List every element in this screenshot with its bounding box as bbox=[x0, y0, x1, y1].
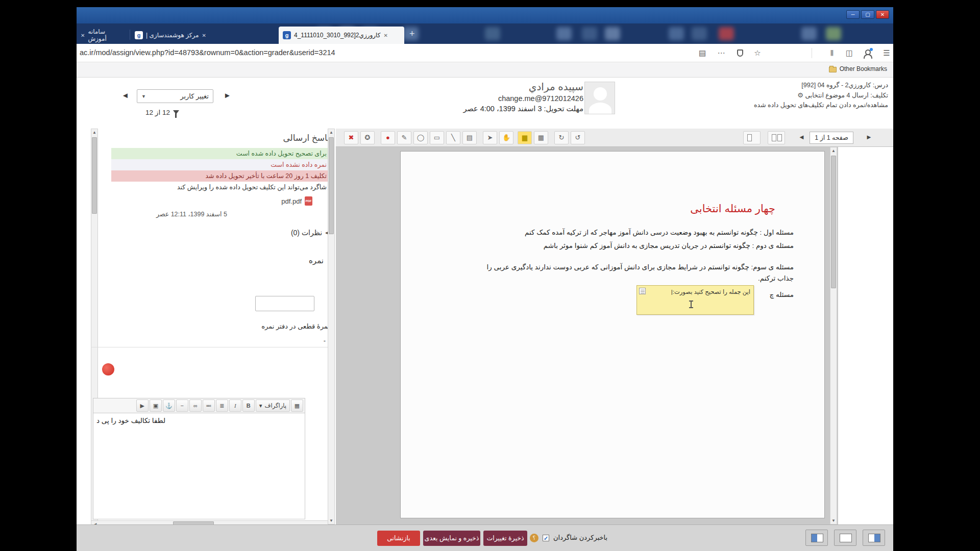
layout-split-button[interactable] bbox=[834, 530, 856, 546]
layout-left-panel-button[interactable] bbox=[805, 530, 828, 546]
tab-bar: ✕ سامانه أموزش g | مرکز هوشمندسازی ✕ g 4… bbox=[77, 23, 893, 44]
drag-button[interactable]: ✋ bbox=[499, 131, 513, 144]
change-user-label: تغییر کاربر bbox=[180, 92, 209, 100]
annotation-text[interactable]: این جمله را تصحیح کنید بصورت:| bbox=[671, 288, 750, 295]
oval-button[interactable]: ◯ bbox=[413, 131, 428, 144]
background-blob bbox=[605, 27, 620, 40]
highlight-button[interactable]: ▆ bbox=[518, 131, 532, 144]
tab-lms-portal[interactable]: ✕ سامانه أموزش bbox=[77, 27, 129, 44]
editor-bold-button[interactable]: B bbox=[242, 399, 255, 412]
scroll-down-icon[interactable]: ▼ bbox=[328, 518, 334, 523]
scroll-up-icon[interactable]: ▲ bbox=[830, 148, 837, 153]
url-input[interactable]: ac.ir/mod/assign/view.php?id=48793&rownu… bbox=[80, 48, 335, 57]
page-actions-icon[interactable]: ⋯ bbox=[716, 48, 727, 58]
other-bookmarks-label: Other Bookmarks bbox=[840, 65, 887, 72]
tab-smart-center[interactable]: g | مرکز هوشمندسازی ✕ bbox=[131, 27, 278, 44]
title-bar: ─ ▢ ✕ bbox=[77, 7, 893, 23]
close-icon[interactable]: ✕ bbox=[81, 33, 85, 38]
course-line: درس: کارورزي2 - گروه 04 [992] bbox=[754, 81, 888, 90]
pen-color-button[interactable]: ● bbox=[381, 131, 395, 144]
editor-italic-button[interactable]: I bbox=[229, 399, 241, 412]
close-button[interactable]: ✕ bbox=[876, 10, 889, 19]
editor-bullet-list-button[interactable]: ≣ bbox=[216, 399, 228, 412]
editor-media-button[interactable]: ▶ bbox=[136, 399, 149, 412]
library-icon[interactable]: ⫴ bbox=[826, 48, 837, 58]
select-button[interactable]: ➤ bbox=[483, 131, 497, 144]
gradebook-label: نمرهٔ قطعی در دفتر نمره bbox=[261, 322, 330, 330]
editor-numbered-list-button[interactable]: ≔ bbox=[203, 399, 215, 412]
layout-right-panel-button[interactable] bbox=[863, 530, 885, 546]
panel-scrollbar-right[interactable]: ▲ ▼ bbox=[328, 129, 335, 524]
rotate-left-button[interactable]: ↺ bbox=[571, 131, 585, 144]
doc-line-1: مسئله اول : چگونه توانستم به بهبود وضعیت… bbox=[525, 228, 794, 236]
line-button[interactable]: ╲ bbox=[446, 131, 460, 144]
page-layout-double-button[interactable] bbox=[768, 131, 785, 144]
tab-assignment-active[interactable]: g 4_1111010_3010_992]كارورزي2 ✕ bbox=[279, 27, 404, 44]
minimize-button[interactable]: ─ bbox=[846, 10, 860, 19]
next-page-arrow[interactable]: ► bbox=[866, 133, 872, 141]
help-icon[interactable]: ؟ bbox=[530, 534, 538, 542]
editor-anchor-button[interactable]: ⚓ bbox=[163, 399, 175, 412]
prev-page-arrow[interactable]: ◄ bbox=[798, 133, 805, 141]
comments-label[interactable]: نظرات (0) bbox=[291, 229, 322, 237]
view-grade-line[interactable]: مشاهده/نمره دادن تمام تکلیف‌های تحویل دا… bbox=[754, 101, 888, 110]
sidebar-icon[interactable]: ◫ bbox=[844, 48, 855, 58]
pdf-file-icon: PDF bbox=[305, 196, 312, 206]
editor-unlink-button[interactable]: − bbox=[176, 399, 188, 412]
stamp-button[interactable]: ✪ bbox=[360, 131, 375, 144]
scroll-up-icon[interactable]: ▲ bbox=[328, 130, 334, 135]
close-icon[interactable]: ✕ bbox=[383, 33, 387, 38]
annotation-comment-box[interactable]: این جمله را تصحیح کنید بصورت:| bbox=[636, 285, 754, 315]
file-name-link[interactable]: pdf.pdf bbox=[281, 197, 302, 205]
reset-button[interactable]: بازنشانی bbox=[377, 531, 420, 546]
change-user-select[interactable]: تغییر کاربر ▼ bbox=[137, 89, 213, 103]
pdf-page[interactable]: چهار مسئله انتخابی مسئله اول : چگونه توا… bbox=[400, 151, 825, 518]
editor-paragraph-select[interactable]: پاراگراف ▾ bbox=[256, 399, 290, 412]
comment-button[interactable]: ▤ bbox=[462, 131, 477, 144]
rotate-right-button[interactable]: ↻ bbox=[554, 131, 569, 144]
account-icon[interactable] bbox=[862, 48, 873, 58]
shield-icon[interactable] bbox=[734, 48, 746, 58]
gear-icon[interactable]: ⚙ bbox=[797, 91, 803, 99]
background-blob bbox=[826, 27, 841, 40]
note-button[interactable]: ▦ bbox=[534, 131, 548, 144]
bookmark-star-icon[interactable]: ☆ bbox=[752, 48, 763, 58]
doc-title: چهار مسئله انتخابی bbox=[690, 203, 775, 215]
page-number-box[interactable]: صفحه 1 از 1 bbox=[810, 132, 853, 144]
background-blob bbox=[719, 27, 734, 40]
status-row-not-graded: نمره داده نشده است bbox=[111, 159, 331, 170]
menu-hamburger-icon[interactable]: ☰ bbox=[881, 48, 892, 58]
notify-students-checkbox[interactable]: ✓ bbox=[543, 535, 549, 541]
editor-toggle-toolbar-button[interactable]: ▦ bbox=[291, 399, 303, 412]
scroll-thumb[interactable] bbox=[831, 156, 836, 288]
pen-button[interactable]: ✎ bbox=[397, 131, 411, 144]
reader-mode-icon[interactable]: ▤ bbox=[697, 48, 708, 58]
feedback-editor-textarea[interactable]: لطفا تکالیف خود را پی د bbox=[93, 413, 305, 519]
other-bookmarks[interactable]: Other Bookmarks bbox=[829, 65, 887, 72]
delete-annotation-button[interactable]: ✖ bbox=[344, 131, 358, 144]
new-tab-button[interactable]: + bbox=[409, 29, 415, 39]
background-blob bbox=[582, 27, 597, 40]
record-audio-icon[interactable] bbox=[102, 363, 114, 375]
viewer-scrollbar[interactable]: ▲ ▼ bbox=[830, 147, 837, 524]
scroll-down-icon[interactable]: ▼ bbox=[830, 518, 837, 523]
scroll-thumb[interactable] bbox=[329, 137, 334, 234]
save-and-next-button[interactable]: ذخیره و نمایش بعدی bbox=[423, 531, 480, 546]
prev-user-arrow[interactable]: ◄ bbox=[121, 91, 129, 99]
scroll-up-icon[interactable]: ▲ bbox=[91, 130, 97, 135]
maximize-button[interactable]: ▢ bbox=[861, 10, 874, 19]
user-pager[interactable]: 12 از 12 bbox=[132, 108, 193, 116]
editor-link-button[interactable]: ∞ bbox=[189, 399, 202, 412]
comments-toggle-row[interactable]: ◀ نظرات (0) bbox=[291, 229, 329, 237]
background-blob bbox=[556, 27, 572, 40]
editor-image-button[interactable]: ▣ bbox=[150, 399, 162, 412]
student-email[interactable]: change.me@9712012426 bbox=[395, 94, 583, 103]
next-user-arrow[interactable]: ► bbox=[224, 91, 231, 99]
submission-file-row[interactable]: PDF pdf.pdf bbox=[281, 196, 312, 206]
scroll-thumb[interactable] bbox=[92, 137, 97, 214]
close-icon[interactable]: ✕ bbox=[202, 33, 206, 38]
page-layout-button[interactable] bbox=[743, 131, 761, 144]
rectangle-button[interactable]: ▭ bbox=[430, 131, 444, 144]
save-changes-button[interactable]: ذخیرهٔ تغییرات bbox=[483, 531, 527, 546]
grade-input[interactable] bbox=[255, 296, 314, 311]
